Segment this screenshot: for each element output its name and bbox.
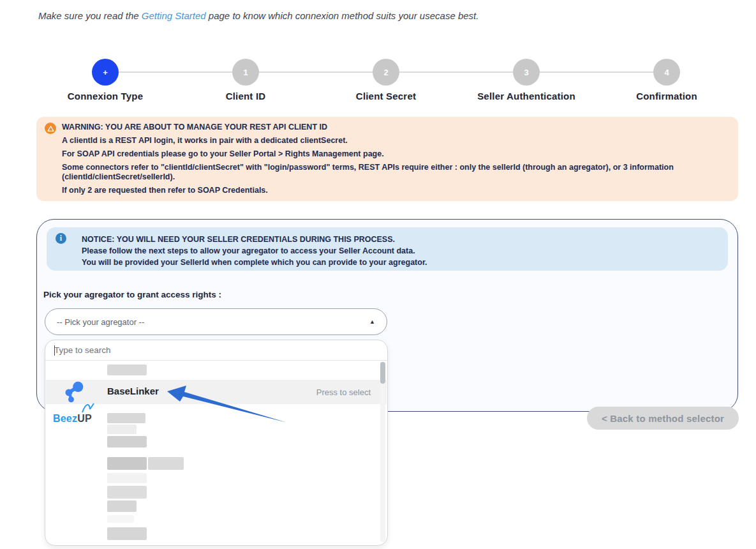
select-value: -- Pick your agregator -- [57, 317, 144, 327]
redacted-item [107, 515, 134, 523]
notice-title: NOTICE: YOU WILL NEED YOUR SELLER CREDEN… [82, 234, 718, 245]
step-label: Seller Authentication [477, 91, 575, 102]
redacted-item[interactable] [107, 365, 147, 375]
warning-line: For SOAP API credentials please go to yo… [62, 149, 728, 159]
info-icon: i [56, 233, 66, 244]
intro-pre: Make sure you read the [38, 10, 142, 21]
beezup-logo: BeezUP [53, 402, 101, 427]
warning-line: A clientId is a REST API login, it works… [62, 136, 728, 146]
step-badge: 3 [513, 59, 540, 86]
step-badge: + [92, 59, 119, 86]
agregator-dropdown: BaseLinker Press to select BeezUP [45, 340, 388, 546]
step-badge: 4 [653, 59, 680, 86]
step-connexion-type[interactable]: + Connexion Type [35, 59, 175, 102]
step-badge-text: 2 [383, 68, 388, 77]
redacted-item[interactable] [107, 486, 147, 499]
step-client-secret[interactable]: 2 Client Secret [316, 59, 456, 102]
redacted-item[interactable] [107, 457, 147, 470]
dropdown-item-label[interactable]: BaseLinker [107, 386, 159, 396]
step-badge-text: 1 [243, 68, 248, 77]
text-caret [54, 345, 55, 356]
warning-title: WARNING: YOU ARE ABOUT TO MANAGE YOUR RE… [62, 123, 728, 132]
baselinker-icon [63, 380, 85, 403]
redacted-item[interactable] [107, 527, 147, 540]
notice-line: Please follow the next steps to allow yo… [82, 245, 718, 257]
redacted-item[interactable] [107, 413, 145, 423]
step-badge: 1 [232, 59, 259, 86]
redacted-item [107, 473, 147, 483]
step-confirmation[interactable]: 4 Confirmation [597, 59, 737, 102]
picker-label: Pick your agregator to grant access righ… [43, 290, 221, 299]
seller-connexion-wizard-page: Make sure you read the Getting Started p… [0, 0, 756, 549]
caret-up-icon: ▲ [369, 319, 375, 325]
warning-banner: WARNING: YOU ARE ABOUT TO MANAGE YOUR RE… [36, 117, 738, 201]
redacted-item [107, 425, 137, 434]
step-badge-text: 4 [664, 68, 669, 77]
warning-line: Some connectors refer to "clientId/clien… [62, 163, 728, 182]
redacted-item [148, 457, 184, 470]
step-badge: 2 [373, 59, 399, 86]
redacted-item[interactable] [107, 500, 137, 512]
intro-text: Make sure you read the Getting Started p… [38, 10, 478, 21]
step-label: Connexion Type [68, 91, 143, 102]
agregator-select[interactable]: -- Pick your agregator -- ▲ [45, 308, 387, 335]
beezup-text-dark: UP [77, 413, 92, 424]
beezup-text-blue: Beez [53, 413, 77, 424]
search-input[interactable] [54, 345, 378, 355]
warning-icon [45, 123, 56, 134]
intro-post: page to know which connexion method suit… [206, 10, 479, 21]
notice-banner: i NOTICE: YOU WILL NEED YOUR SELLER CRED… [47, 227, 728, 271]
wizard-stepper: + Connexion Type 1 Client ID 2 Client Se… [35, 59, 737, 102]
getting-started-link[interactable]: Getting Started [142, 10, 206, 21]
dropdown-search-row [45, 340, 387, 361]
beezup-logo-text: BeezUP [53, 413, 92, 425]
step-label: Client ID [226, 91, 266, 102]
step-badge-text: + [103, 68, 108, 77]
beezup-antenna-icon [81, 402, 95, 413]
step-label: Confirmation [636, 91, 697, 102]
step-badge-text: 3 [524, 68, 528, 77]
dropdown-scrollbar-thumb[interactable] [380, 362, 385, 384]
notice-line: You will be provided your SellerId when … [82, 257, 718, 268]
step-label: Client Secret [356, 91, 416, 102]
press-to-select-hint: Press to select [316, 387, 371, 397]
redacted-item [107, 436, 147, 447]
warning-line: If only 2 are requested then refer to SO… [62, 186, 728, 195]
back-to-method-selector-button[interactable]: < Back to method selector [587, 407, 739, 430]
step-client-id[interactable]: 1 Client ID [175, 59, 316, 102]
step-seller-authentication[interactable]: 3 Seller Authentication [456, 59, 597, 102]
dropdown-scrollbar-track[interactable] [380, 362, 385, 542]
